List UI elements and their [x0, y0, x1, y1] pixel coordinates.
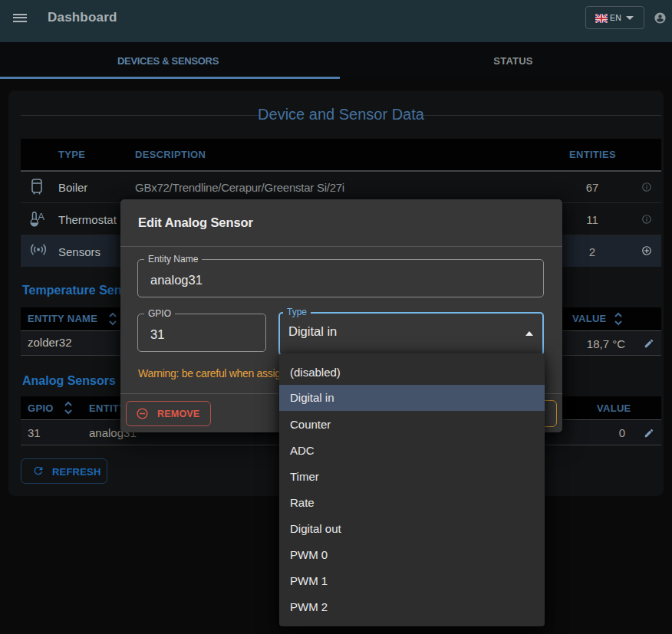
svg-text:A: A — [38, 212, 44, 222]
